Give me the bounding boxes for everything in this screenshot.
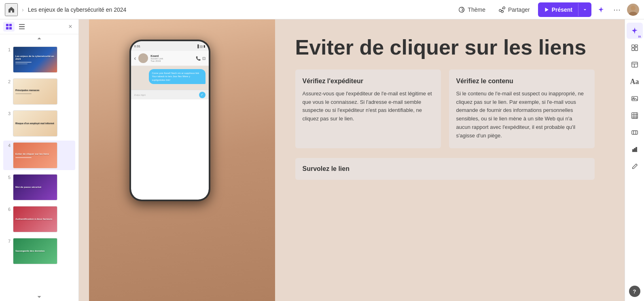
present-main[interactable]: Présent <box>538 3 578 16</box>
svg-rect-33 <box>636 147 637 152</box>
svg-rect-12 <box>19 28 25 29</box>
slide-item[interactable]: 1 Les enjeux de la cybersécurité en 2024 <box>3 45 75 74</box>
shape-button[interactable] <box>627 124 643 141</box>
slide-item[interactable]: 6 Authentification à deux facteurs <box>3 204 75 234</box>
phone-message: Come yoix fionel! Nech vm ar supphous li… <box>149 69 205 84</box>
survolez-section: Survolez le lien <box>295 158 595 180</box>
card-verifiez-expediteur: Vérifiez l'expéditeur Assurez-vous que l… <box>295 69 441 148</box>
slide-thumbnail: Sauvegarde des données <box>13 238 57 264</box>
text-button[interactable]: Aa <box>627 74 643 90</box>
slide-canvas: 0:31 ▐ ))) ▮ ‹ Koard Sucein Link Tue 201… <box>89 19 615 301</box>
breadcrumb-title: Les enjeux de la cybersécurité en 2024 <box>28 6 127 13</box>
sidebar-toolbar: × <box>0 19 78 34</box>
svg-rect-17 <box>631 62 637 67</box>
card1-title: Vérifiez l'expéditeur <box>303 78 434 85</box>
theme-button[interactable]: Thème <box>453 4 490 16</box>
card1-body: Assurez-vous que l'expéditeur de l'e-mai… <box>303 90 434 123</box>
card2-title: Vérifiez le contenu <box>456 78 587 85</box>
image-button[interactable] <box>627 91 643 107</box>
slide-content: Eviter de cliquer sur les liens Vérifiez… <box>275 19 615 301</box>
phone-device: 0:31 ▐ ))) ▮ ‹ Koard Sucein Link Tue 201… <box>129 40 210 201</box>
present-button[interactable]: Présent <box>538 2 591 17</box>
slide-item-active[interactable]: 4 Eviter de cliquer sur les liens <box>3 141 75 170</box>
slide-item[interactable]: 3 Risque d'un employé mal informé <box>3 109 75 138</box>
edit-button[interactable] <box>627 158 643 175</box>
svg-line-1 <box>502 8 503 9</box>
help-button[interactable]: ? <box>629 286 640 297</box>
svg-rect-8 <box>6 27 8 29</box>
layout-button[interactable] <box>627 40 643 56</box>
svg-rect-15 <box>631 48 634 51</box>
card-verifiez-contenu: Vérifiez le contenu Si le contenu de l'e… <box>449 69 595 148</box>
phone-status-bar: 0:31 ▐ ))) ▮ <box>131 41 209 51</box>
slide-image: 0:31 ▐ ))) ▮ ‹ Koard Sucein Link Tue 201… <box>89 19 275 301</box>
svg-rect-11 <box>19 26 25 27</box>
slide-thumbnail: Risque d'un employé mal informé <box>13 110 57 137</box>
sidebar-grid-view-button[interactable] <box>3 22 15 32</box>
main-layout: × 1 Les enjeux de la cybersécurité en 20… <box>0 19 644 301</box>
slides-list: 1 Les enjeux de la cybersécurité en 2024… <box>0 42 78 293</box>
slide-thumbnail: Eviter de cliquer sur les liens <box>13 142 57 168</box>
phone-contact-avatar <box>138 53 148 63</box>
sidebar-scroll-up[interactable] <box>0 34 78 42</box>
sidebar-scroll-down[interactable] <box>0 293 78 301</box>
home-button[interactable] <box>5 3 18 16</box>
svg-point-5 <box>629 12 638 16</box>
sidebar: × 1 Les enjeux de la cybersécurité en 20… <box>0 19 79 301</box>
slide-thumbnail: Mot de passe sécurisé <box>13 174 57 200</box>
card2-body: Si le contenu de l'e-mail est suspect ou… <box>456 90 587 140</box>
survolez-title: Survolez le lien <box>303 165 587 173</box>
user-avatar[interactable] <box>627 4 639 16</box>
phone-header: ‹ Koard Sucein Link Tue 2019 📞 ⊡ <box>131 51 209 66</box>
ai-button[interactable]: IA <box>627 23 643 39</box>
slide-thumbnail: Principales menaces <box>13 78 57 105</box>
slide-thumbnail: Authentification à deux facteurs <box>13 206 57 232</box>
phone-input-bar: Zutpu ttgni ✓ <box>131 90 209 99</box>
phone-messages: Come yoix fionel! Nech vm ar supphous li… <box>131 66 209 90</box>
svg-rect-9 <box>9 27 12 29</box>
cards-row: Vérifiez l'expéditeur Assurez-vous que l… <box>295 69 595 148</box>
svg-rect-13 <box>631 45 634 47</box>
slide-item[interactable]: 2 Principales menaces <box>3 77 75 106</box>
svg-rect-32 <box>634 148 635 152</box>
share-button[interactable]: Partager <box>494 4 535 16</box>
slide-item[interactable]: 7 Sauvegarde des données <box>3 236 75 266</box>
svg-rect-31 <box>632 149 633 152</box>
svg-rect-7 <box>9 24 12 26</box>
breadcrumb-separator: › <box>22 6 24 13</box>
chart-button[interactable] <box>627 141 643 158</box>
sidebar-list-view-button[interactable] <box>16 22 28 32</box>
sidebar-close-button[interactable]: × <box>66 22 75 32</box>
slide-title: Eviter de cliquer sur les liens <box>295 36 595 60</box>
svg-rect-20 <box>631 97 637 101</box>
svg-rect-10 <box>19 24 25 25</box>
canvas-area: 0:31 ▐ ))) ▮ ‹ Koard Sucein Link Tue 201… <box>79 19 625 301</box>
svg-marker-3 <box>545 8 548 12</box>
slide-thumbnail: Les enjeux de la cybersécurité en 2024 <box>13 46 57 73</box>
svg-rect-22 <box>631 113 637 118</box>
svg-rect-16 <box>635 47 637 51</box>
svg-point-4 <box>631 6 636 11</box>
table-button[interactable] <box>627 107 643 124</box>
sparkle-button[interactable] <box>595 3 608 16</box>
topbar: › Les enjeux de la cybersécurité en 2024… <box>0 0 644 19</box>
svg-rect-14 <box>635 45 637 47</box>
right-panel: IA Aa <box>625 19 644 301</box>
svg-rect-6 <box>6 24 8 26</box>
present-dropdown-button[interactable] <box>578 2 591 17</box>
slide-item[interactable]: 5 Mot de passe sécurisé <box>3 173 75 202</box>
phone-send-button: ✓ <box>199 92 205 98</box>
template-button[interactable] <box>627 57 643 73</box>
svg-rect-27 <box>631 131 637 135</box>
more-button[interactable]: ⋯ <box>611 3 624 16</box>
